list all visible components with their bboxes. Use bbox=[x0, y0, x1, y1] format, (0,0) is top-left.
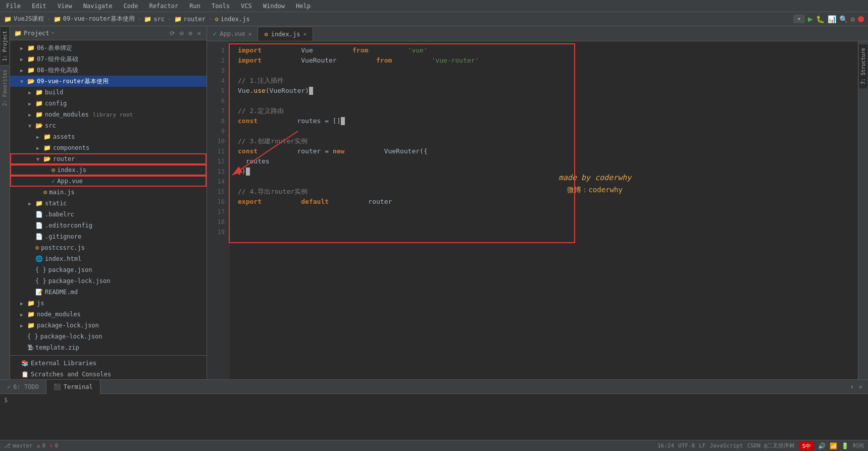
breadcrumb-item-0[interactable]: 📁 VueJS课程 bbox=[4, 15, 44, 23]
folder-icon-node-modules-top: 📁 bbox=[27, 311, 35, 318]
tree-item-gitignore[interactable]: 📄 .gitignore bbox=[10, 231, 207, 242]
arrow-icon: ▶ bbox=[28, 112, 33, 118]
tree-item-template[interactable]: ▶ 📁 package-lock.json bbox=[10, 320, 207, 331]
close-panel-btn[interactable]: ✕ bbox=[857, 383, 864, 391]
code-line-16: export default router bbox=[238, 197, 850, 207]
structure-tab[interactable]: 7: Structure bbox=[859, 43, 867, 88]
settings-button[interactable]: ⚙ bbox=[851, 15, 855, 23]
menu-tools[interactable]: Tools bbox=[210, 2, 232, 11]
tree-item-08[interactable]: ▶ 📁 08-组件化高级 bbox=[10, 65, 207, 76]
arrow-open-icon: ▼ bbox=[28, 123, 33, 129]
code-line-3 bbox=[238, 66, 850, 76]
battery-icon: 🔋 bbox=[841, 442, 849, 449]
menu-help[interactable]: Help bbox=[294, 2, 313, 11]
tab-app-vue[interactable]: ✓ App.vue ✕ bbox=[207, 27, 258, 41]
line-sep-status[interactable]: LF bbox=[699, 442, 705, 449]
code-line-11: const router = new VueRouter({ bbox=[238, 146, 850, 156]
terminal-content[interactable]: $ bbox=[0, 394, 868, 440]
run-config-dropdown[interactable]: ▾ bbox=[793, 15, 805, 23]
sync-button[interactable]: ⟳ bbox=[168, 29, 176, 37]
menu-file[interactable]: File bbox=[4, 2, 23, 11]
tree-item-06[interactable]: ▶ 📁 06-表单绑定 bbox=[10, 42, 207, 53]
encoding-status[interactable]: UTF-8 bbox=[678, 442, 695, 449]
tree-item-app-vue[interactable]: ✓ App.vue bbox=[10, 176, 207, 187]
tree-item-config[interactable]: ▶ 📁 config bbox=[10, 98, 207, 109]
code-line-2: import VueRouter from 'vue-router' bbox=[238, 55, 850, 66]
sidebar-tab-project[interactable]: 1: Project bbox=[1, 26, 9, 65]
sidebar-tab-favorites[interactable]: 2: Favorites bbox=[1, 65, 9, 110]
tree-item-package-lock-top[interactable]: { } package-lock.json bbox=[10, 331, 207, 342]
tree-item-09[interactable]: ▼ 📂 09-vue-router基本使用 bbox=[10, 76, 207, 87]
git-status[interactable]: ⎇ master bbox=[4, 442, 33, 449]
menu-refactor[interactable]: Refactor bbox=[147, 2, 180, 11]
tree-item-components[interactable]: ▶ 📁 components bbox=[10, 142, 207, 153]
tree-item-index-html[interactable]: 🌐 index.html bbox=[10, 253, 207, 264]
tree-item-readme[interactable]: 📝 README.md bbox=[10, 287, 207, 298]
breadcrumb-item-3[interactable]: 📁 router bbox=[174, 16, 206, 23]
editor-tabs: ✓ App.vue ✕ ⚙ index.js ✕ bbox=[207, 26, 868, 41]
tree-item-js[interactable]: ▶ 📁 js bbox=[10, 298, 207, 309]
folder-icon-node-modules: 📁 bbox=[35, 111, 43, 118]
code-content[interactable]: import Vue from 'vue' import VueRouter f… bbox=[230, 41, 858, 379]
close-tab-app-vue[interactable]: ✕ bbox=[248, 31, 252, 37]
cursor-2 bbox=[341, 117, 345, 125]
tree-item-assets[interactable]: ▶ 📁 assets bbox=[10, 131, 207, 142]
tree-item-template-zip[interactable]: 🗜 template.zip bbox=[10, 342, 207, 353]
menu-edit[interactable]: Edit bbox=[30, 2, 48, 11]
tree-item-build[interactable]: ▶ 📁 build bbox=[10, 87, 207, 98]
debug-button[interactable]: 🐛 bbox=[816, 15, 825, 23]
json-icon-top: { } bbox=[27, 333, 38, 340]
line-numbers: 12345 678910 1112131415 16171819 bbox=[207, 41, 230, 379]
bottom-panel: ✓ 6: TODO ⬛ Terminal ⬆ ✕ $ bbox=[0, 379, 868, 440]
tree-item-postcssrc[interactable]: ⚙ postcssrc.js bbox=[10, 242, 207, 253]
errors-status[interactable]: ✕ 0 bbox=[49, 442, 58, 449]
ext-libraries-item[interactable]: 📚 External Libraries bbox=[10, 358, 207, 369]
tree-item-static[interactable]: ▶ 📁 static bbox=[10, 198, 207, 209]
arrow-open-icon: ▼ bbox=[36, 156, 41, 162]
menu-code[interactable]: Code bbox=[122, 2, 140, 11]
lib-icon: 📚 bbox=[21, 360, 29, 367]
maximize-panel-button[interactable]: ⬆ bbox=[849, 383, 855, 391]
tab-todo[interactable]: ✓ 6: TODO bbox=[0, 380, 46, 394]
ime-indicator[interactable]: S中 bbox=[799, 441, 814, 450]
tree-item-router[interactable]: ▼ 📂 router bbox=[10, 153, 207, 164]
menu-navigate[interactable]: Navigate bbox=[81, 2, 115, 11]
tab-terminal[interactable]: ⬛ Terminal bbox=[46, 380, 100, 394]
folder-icon-template: 📁 bbox=[27, 322, 35, 329]
run-button[interactable]: ▶ bbox=[808, 14, 813, 24]
tab-index-js[interactable]: ⚙ index.js ✕ bbox=[258, 27, 313, 41]
breadcrumb-item-2[interactable]: 📁 src bbox=[144, 16, 165, 23]
tree-item-package-lock-json[interactable]: { } package-lock.json bbox=[10, 275, 207, 287]
js-tab-icon: ⚙ bbox=[264, 31, 268, 38]
tree-item-babelrc[interactable]: 📄 .babelrc bbox=[10, 209, 207, 220]
close-panel-button[interactable]: ✕ bbox=[196, 29, 202, 37]
menu-run[interactable]: Run bbox=[187, 2, 202, 11]
tree-item-index-js[interactable]: ⚙ index.js bbox=[10, 164, 207, 176]
code-line-1: import Vue from 'vue' bbox=[238, 45, 850, 55]
tree-item-07[interactable]: ▶ 📁 07-组件化基础 bbox=[10, 53, 207, 65]
tree-item-package-json[interactable]: { } package.json bbox=[10, 264, 207, 275]
collapse-all-button[interactable]: ⊟ bbox=[178, 29, 185, 37]
warnings-status[interactable]: ⚠ 0 bbox=[37, 442, 45, 449]
search-button[interactable]: 🔍 bbox=[839, 15, 848, 23]
folder-icon-router: 📂 bbox=[43, 155, 51, 162]
breadcrumb-item-1[interactable]: 📁 09-vue-router基本使用 bbox=[54, 15, 135, 23]
breadcrumb-item-4[interactable]: ⚙ index.js bbox=[215, 16, 250, 23]
settings-panel-button[interactable]: ⚙ bbox=[187, 29, 194, 37]
menu-vcs[interactable]: VCS bbox=[239, 2, 254, 11]
code-line-4: // 1.注入插件 bbox=[238, 76, 850, 86]
filetype-status[interactable]: JavaScript bbox=[709, 442, 743, 449]
menu-window[interactable]: Window bbox=[261, 2, 287, 11]
tree-item-node-modules-top[interactable]: ▶ 📁 node_modules bbox=[10, 309, 207, 320]
breadcrumb-sep-0: › bbox=[47, 16, 50, 22]
close-tab-index-js[interactable]: ✕ bbox=[303, 31, 307, 37]
recording-indicator bbox=[858, 16, 864, 22]
tree-item-main-js[interactable]: ⚙ main.js bbox=[10, 187, 207, 198]
tree-item-src[interactable]: ▼ 📂 src bbox=[10, 120, 207, 131]
folder-icon-build: 📁 bbox=[35, 89, 43, 96]
menu-view[interactable]: View bbox=[56, 2, 74, 11]
scratches-item[interactable]: 📋 Scratches and Consoles bbox=[10, 369, 207, 379]
tree-item-editorconfig[interactable]: 📄 .editorconfig bbox=[10, 220, 207, 231]
run-with-coverage-button[interactable]: 📊 bbox=[828, 15, 836, 23]
tree-item-node-modules[interactable]: ▶ 📁 node_modules library root bbox=[10, 109, 207, 120]
